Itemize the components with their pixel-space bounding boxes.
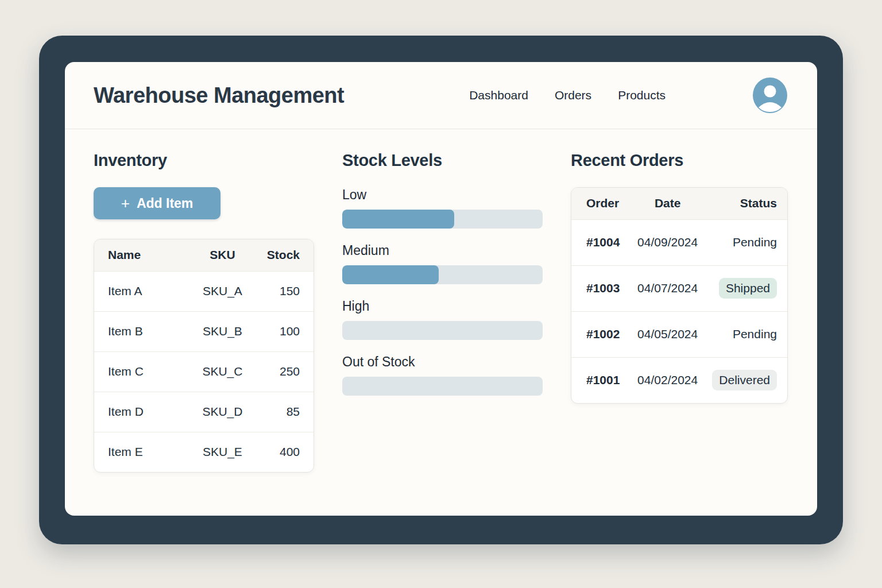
- nav-item-orders[interactable]: Orders: [555, 88, 591, 102]
- progress-fill: [342, 265, 439, 284]
- item-stock: 100: [258, 311, 314, 351]
- item-name: Item B: [94, 311, 186, 351]
- item-name: Item D: [94, 392, 186, 432]
- stock-levels-section: Stock Levels Low Medium: [342, 151, 543, 473]
- table-row[interactable]: #1004 04/09/2024 Pending: [571, 219, 787, 265]
- order-id: #1002: [571, 311, 629, 357]
- nav-item-products[interactable]: Products: [618, 88, 666, 102]
- item-sku: SKU_C: [186, 351, 258, 392]
- order-id: #1001: [571, 357, 629, 403]
- item-name: Item C: [94, 351, 186, 392]
- inventory-heading: Inventory: [94, 151, 314, 170]
- order-date: 04/02/2024: [629, 357, 706, 403]
- stock-bar-low: Low: [342, 187, 543, 229]
- table-row[interactable]: #1002 04/05/2024 Pending: [571, 311, 787, 357]
- bar-label: Out of Stock: [342, 354, 543, 370]
- bar-label: Medium: [342, 243, 543, 258]
- table-row[interactable]: #1003 04/07/2024 Shipped: [571, 265, 787, 311]
- add-item-button[interactable]: + Add Item: [94, 187, 220, 219]
- orders-col-order: Order: [571, 188, 629, 219]
- recent-orders-heading: Recent Orders: [571, 151, 788, 170]
- order-date: 04/09/2024: [629, 219, 706, 265]
- status-badge: Delivered: [712, 370, 777, 390]
- progress-track: [342, 210, 543, 229]
- table-row[interactable]: Item E SKU_E 400: [94, 432, 314, 472]
- table-row[interactable]: Item B SKU_B 100: [94, 311, 314, 351]
- recent-orders-table: Order Date Status #1004 04/09/2024 Pendi…: [571, 188, 787, 403]
- item-sku: SKU_D: [186, 392, 258, 432]
- stock-levels-heading: Stock Levels: [342, 151, 543, 170]
- bar-label: High: [342, 299, 543, 314]
- page-title: Warehouse Management: [94, 83, 344, 108]
- inventory-table-panel: Name SKU Stock Item A SKU_A 150: [94, 239, 314, 473]
- inventory-table: Name SKU Stock Item A SKU_A 150: [94, 239, 314, 472]
- progress-track: [342, 265, 543, 284]
- item-stock: 85: [258, 392, 314, 432]
- item-sku: SKU_A: [186, 271, 258, 311]
- order-date: 04/05/2024: [629, 311, 706, 357]
- status-badge: Pending: [733, 232, 777, 253]
- item-stock: 250: [258, 351, 314, 392]
- order-id: #1004: [571, 219, 629, 265]
- order-id: #1003: [571, 265, 629, 311]
- user-avatar-icon[interactable]: [753, 78, 787, 113]
- order-date: 04/07/2024: [629, 265, 706, 311]
- orders-table-header-row: Order Date Status: [571, 188, 787, 219]
- plus-icon: +: [121, 196, 130, 211]
- status-badge: Pending: [733, 324, 777, 345]
- orders-col-status: Status: [706, 188, 787, 219]
- stock-bar-medium: Medium: [342, 243, 543, 284]
- inventory-col-name: Name: [94, 239, 186, 271]
- stock-bar-high: High: [342, 299, 543, 340]
- progress-track: [342, 321, 543, 340]
- progress-track: [342, 377, 543, 396]
- recent-orders-panel: Order Date Status #1004 04/09/2024 Pendi…: [571, 187, 788, 404]
- table-row[interactable]: Item A SKU_A 150: [94, 271, 314, 311]
- device-frame: Warehouse Management Dashboard Orders Pr…: [39, 36, 843, 544]
- table-row[interactable]: #1001 04/02/2024 Delivered: [571, 357, 787, 403]
- app-window: Warehouse Management Dashboard Orders Pr…: [65, 62, 817, 516]
- item-sku: SKU_B: [186, 311, 258, 351]
- inventory-col-stock: Stock: [258, 239, 314, 271]
- item-stock: 400: [258, 432, 314, 472]
- bar-label: Low: [342, 187, 543, 203]
- add-item-button-label: Add Item: [137, 196, 193, 211]
- stock-bar-out-of-stock: Out of Stock: [342, 354, 543, 396]
- inventory-table-header-row: Name SKU Stock: [94, 239, 314, 271]
- item-name: Item A: [94, 271, 186, 311]
- inventory-col-sku: SKU: [186, 239, 258, 271]
- item-sku: SKU_E: [186, 432, 258, 472]
- orders-col-date: Date: [629, 188, 706, 219]
- main-nav: Dashboard Orders Products: [469, 88, 666, 102]
- status-badge: Shipped: [719, 278, 777, 299]
- inventory-section: Inventory + Add Item Name SKU Stock: [94, 151, 314, 473]
- item-name: Item E: [94, 432, 186, 472]
- progress-fill: [342, 210, 454, 229]
- main-content: Inventory + Add Item Name SKU Stock: [65, 129, 817, 473]
- app-header: Warehouse Management Dashboard Orders Pr…: [65, 62, 817, 129]
- stock-level-bars: Low Medium High: [342, 187, 543, 396]
- nav-item-dashboard[interactable]: Dashboard: [469, 88, 528, 102]
- item-stock: 150: [258, 271, 314, 311]
- table-row[interactable]: Item C SKU_C 250: [94, 351, 314, 392]
- table-row[interactable]: Item D SKU_D 85: [94, 392, 314, 432]
- recent-orders-section: Recent Orders Order Date Status: [571, 151, 788, 473]
